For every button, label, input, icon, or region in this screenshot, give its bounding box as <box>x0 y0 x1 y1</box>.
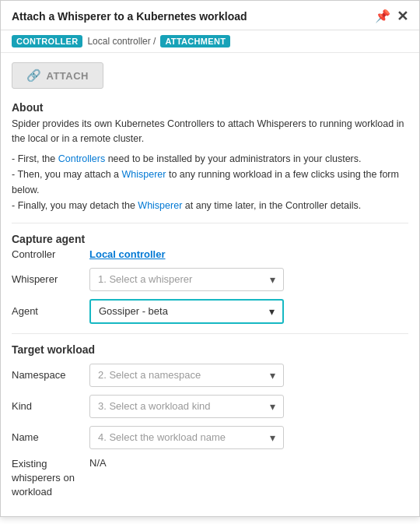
modal-title: Attach a Whisperer to a Kubernetes workl… <box>12 10 247 23</box>
controller-badge[interactable]: CONTROLLER <box>12 35 82 47</box>
target-workload-title: Target workload <box>12 343 408 356</box>
namespace-label: Namespace <box>12 369 89 381</box>
kind-row: Kind 3. Select a workload kind ▾ <box>12 395 408 418</box>
divider-1 <box>12 223 408 223</box>
note3-suffix: at any time later, in the Controller det… <box>182 200 361 211</box>
note1-suffix: need to be installed by your administrat… <box>105 153 361 164</box>
name-label: Name <box>12 431 89 443</box>
kind-placeholder: 3. Select a workload kind <box>98 400 211 412</box>
name-placeholder: 4. Select the workload name <box>98 431 226 443</box>
existing-label: Existing whisperers on workload <box>12 457 89 500</box>
modal-container: Attach a Whisperer to a Kubernetes workl… <box>0 0 420 517</box>
breadcrumb: CONTROLLER Local controller / ATTACHMENT <box>1 30 419 53</box>
modal-header: Attach a Whisperer to a Kubernetes workl… <box>1 1 419 30</box>
whisperer-row: Whisperer 1. Select a whisperer ▾ <box>12 268 408 291</box>
close-icon[interactable]: ✕ <box>397 9 408 23</box>
attach-button[interactable]: 🔗 ATTACH <box>12 62 103 89</box>
agent-dropdown[interactable]: Gossiper - beta ▾ <box>89 299 284 324</box>
about-title: About <box>12 101 408 114</box>
about-notes: - First, the Controllers need to be inst… <box>12 151 408 213</box>
name-chevron: ▾ <box>270 431 275 444</box>
name-dropdown[interactable]: 4. Select the workload name ▾ <box>89 426 284 449</box>
kind-dropdown[interactable]: 3. Select a workload kind ▾ <box>89 395 284 418</box>
breadcrumb-separator: Local controller / <box>87 36 156 47</box>
capture-agent-title: Capture agent <box>12 233 408 245</box>
existing-whisperers-row: Existing whisperers on workload N/A <box>12 457 408 500</box>
agent-value: Gossiper - beta <box>99 305 168 317</box>
divider-2 <box>12 333 408 334</box>
kind-chevron: ▾ <box>270 400 275 413</box>
name-row: Name 4. Select the workload name ▾ <box>12 426 408 449</box>
controller-value[interactable]: Local controller <box>89 248 166 260</box>
namespace-dropdown[interactable]: 2. Select a namespace ▾ <box>89 364 284 387</box>
kind-label: Kind <box>12 400 89 412</box>
agent-chevron: ▾ <box>269 305 275 318</box>
existing-value: N/A <box>89 457 107 469</box>
note2-link: Whisperer <box>122 169 166 180</box>
controller-row: Controller Local controller <box>12 248 408 260</box>
link-icon: 🔗 <box>26 69 42 83</box>
about-paragraph: Spider provides its own Kubernetes Contr… <box>12 117 408 146</box>
controller-label: Controller <box>12 248 89 260</box>
whisperer-placeholder: 1. Select a whisperer <box>98 273 192 285</box>
namespace-row: Namespace 2. Select a namespace ▾ <box>12 364 408 387</box>
note3-prefix: - Finally, you may detach the <box>12 200 138 211</box>
pin-icon[interactable]: 📌 <box>375 9 390 23</box>
attach-button-label: ATTACH <box>47 70 89 82</box>
note2-prefix: - Then, you may attach a <box>12 169 122 180</box>
namespace-chevron: ▾ <box>270 369 275 382</box>
whisperer-label: Whisperer <box>12 273 89 285</box>
note3-link: Whisperer <box>138 200 182 211</box>
attachment-badge[interactable]: ATTACHMENT <box>160 35 230 47</box>
header-actions: 📌 ✕ <box>375 9 408 23</box>
note1-link: Controllers <box>58 153 105 164</box>
whisperer-dropdown[interactable]: 1. Select a whisperer ▾ <box>89 268 284 291</box>
agent-row: Agent Gossiper - beta ▾ <box>12 299 408 324</box>
modal-body: 🔗 ATTACH About Spider provides its own K… <box>1 53 419 516</box>
namespace-placeholder: 2. Select a namespace <box>98 369 201 381</box>
agent-label: Agent <box>12 305 89 317</box>
whisperer-chevron: ▾ <box>270 273 275 286</box>
note1-prefix: - First, the <box>12 153 58 164</box>
